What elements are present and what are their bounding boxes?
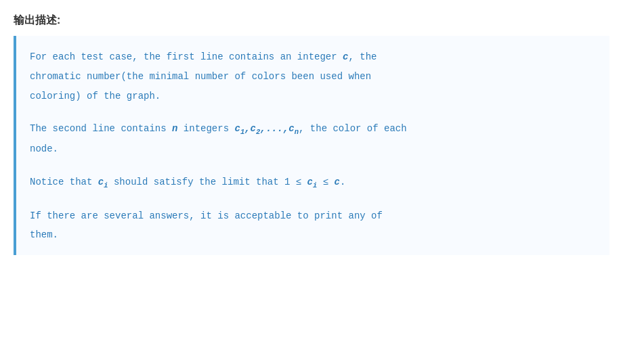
- p3-text: Notice that ci should satisfy the limit …: [30, 177, 345, 187]
- var-n: n: [172, 123, 177, 134]
- section-title: 输出描述:: [14, 14, 609, 28]
- content-box: For each test case, the first line conta…: [14, 36, 609, 255]
- var-c: c: [343, 51, 348, 62]
- p1-text: For each test case, the first line conta…: [30, 51, 377, 101]
- p4-text: If there are several answers, it is acce…: [30, 210, 383, 241]
- paragraph-1: For each test case, the first line conta…: [30, 47, 596, 105]
- var-ci-2: ci: [307, 177, 318, 187]
- var-ci: ci: [98, 177, 108, 187]
- var-c-sequence: c1,c2,...,cn: [234, 123, 299, 134]
- p2-text: The second line contains n integers c1,c…: [30, 123, 407, 154]
- var-c-2: c: [335, 177, 340, 187]
- section-container: 输出描述: For each test case, the first line…: [14, 14, 609, 255]
- paragraph-4: If there are several answers, it is acce…: [30, 206, 596, 245]
- paragraph-2: The second line contains n integers c1,c…: [30, 118, 596, 158]
- paragraph-3: Notice that ci should satisfy the limit …: [30, 172, 596, 192]
